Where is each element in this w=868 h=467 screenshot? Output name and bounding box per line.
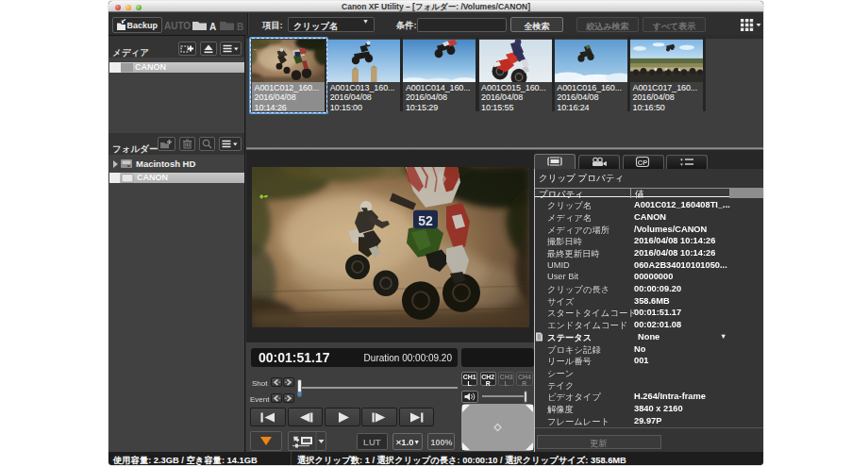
svg-text:◆▰: ◆▰ (259, 193, 269, 199)
svg-text:CP: CP (637, 158, 646, 167)
svg-text:A: A (209, 22, 216, 32)
svg-text:Backup: Backup (127, 21, 159, 30)
svg-text:B: B (237, 22, 243, 32)
